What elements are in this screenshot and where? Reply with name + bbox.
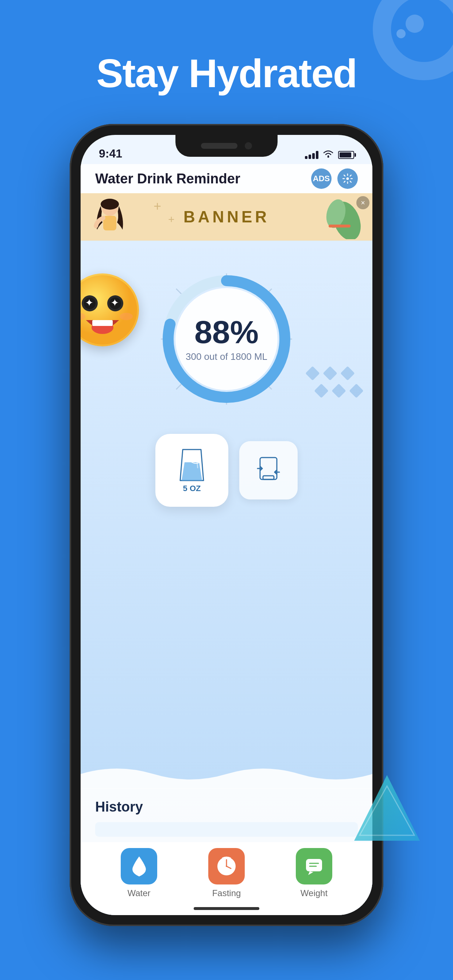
banner-ad[interactable]: + + BANNER × — [81, 193, 372, 240]
banner-leaf — [325, 196, 362, 240]
battery-icon — [338, 151, 354, 159]
svg-rect-16 — [92, 320, 113, 326]
svg-point-1 — [346, 178, 349, 180]
emoji-mascot: ✦ ✦ — [81, 274, 139, 346]
svg-rect-7 — [329, 224, 351, 228]
signal-icon — [305, 151, 318, 159]
svg-rect-32 — [263, 476, 274, 479]
phone-screen: 9:41 — [81, 135, 372, 915]
nav-icon-bg-weight — [296, 848, 332, 885]
svg-text:✦: ✦ — [85, 297, 93, 309]
oz-label: 5 OZ — [183, 484, 201, 493]
battery-fill — [340, 153, 351, 158]
banner-plus-2: + — [168, 213, 175, 226]
signal-bar-2 — [309, 154, 311, 159]
banner-girl-illustration — [88, 197, 132, 240]
drink-secondary-button[interactable] — [239, 441, 298, 500]
wave-decoration — [81, 759, 372, 789]
svg-line-25 — [176, 384, 181, 390]
water-nav-icon — [129, 854, 149, 878]
bg-circle-small — [405, 14, 424, 33]
bg-dot — [396, 29, 405, 38]
drink-primary-button[interactable]: 5 OZ — [155, 434, 228, 507]
svg-point-0 — [327, 156, 329, 158]
nav-icon-bg-water — [121, 848, 157, 885]
svg-point-3 — [100, 199, 119, 210]
svg-line-23 — [176, 289, 181, 294]
nav-label-weight: Weight — [301, 888, 327, 898]
home-indicator — [194, 907, 259, 910]
progress-ring-container: ✦ ✦ — [81, 262, 372, 415]
banner-plus-1: + — [153, 199, 161, 214]
settings-button[interactable] — [337, 169, 358, 189]
notch-speaker — [201, 143, 238, 149]
decorative-triangle — [347, 772, 427, 853]
ads-button[interactable]: ADS — [311, 169, 332, 189]
signal-bar-4 — [316, 151, 318, 159]
main-content: ✦ ✦ — [81, 240, 372, 915]
history-section: History — [81, 788, 372, 844]
weight-nav-icon — [303, 855, 325, 877]
history-title: History — [95, 799, 143, 815]
svg-rect-39 — [306, 859, 322, 871]
signal-bar-1 — [305, 156, 308, 159]
banner-close-button[interactable]: × — [356, 196, 370, 209]
fasting-nav-icon — [215, 855, 238, 877]
app-title: Water Drink Reminder — [95, 171, 240, 187]
status-icons — [305, 149, 354, 161]
nav-icon-bg-fasting — [208, 848, 245, 885]
phone-frame: 9:41 — [70, 124, 383, 926]
app-header: Water Drink Reminder ADS — [81, 164, 372, 193]
status-time: 9:41 — [99, 147, 122, 161]
nav-label-fasting: Fasting — [212, 888, 241, 898]
bottom-nav: Water — [81, 842, 372, 915]
progress-text: 88% 300 out of 1800 ML — [186, 316, 267, 363]
nav-item-weight[interactable]: Weight — [296, 848, 332, 898]
wifi-icon — [323, 149, 334, 161]
svg-point-18 — [120, 313, 133, 320]
notch-camera — [245, 142, 252, 150]
emoji-face: ✦ ✦ — [81, 274, 139, 346]
page-title: Stay Hydrated — [29, 51, 424, 95]
progress-detail: 300 out of 1800 ML — [186, 351, 267, 363]
custom-glass-icon — [256, 456, 281, 485]
nav-label-water: Water — [127, 888, 150, 898]
phone-notch — [175, 135, 278, 157]
progress-percent: 88% — [186, 316, 267, 348]
drink-buttons-container: 5 OZ — [81, 434, 372, 507]
banner-text: BANNER — [183, 208, 270, 226]
wave-history-area: History — [81, 759, 372, 844]
nav-item-fasting[interactable]: Fasting — [208, 848, 245, 898]
glass-icon — [177, 448, 206, 482]
history-row-partial — [95, 822, 358, 837]
svg-text:✦: ✦ — [110, 297, 119, 309]
header-icons: ADS — [311, 169, 358, 189]
nav-item-water[interactable]: Water — [121, 848, 157, 898]
signal-bar-3 — [312, 153, 315, 159]
